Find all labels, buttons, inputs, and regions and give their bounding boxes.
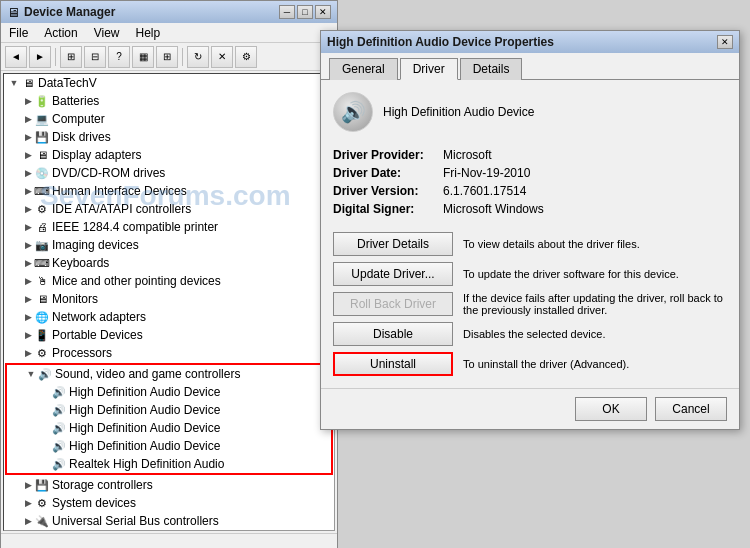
tree-expand-realtek[interactable] [39,458,51,470]
props-value-signer: Microsoft Windows [443,202,544,216]
toolbar-btn2[interactable]: ⊟ [84,46,106,68]
tree-item-portabledevices[interactable]: ▶📱Portable Devices [4,326,334,344]
tree-expand-mice[interactable]: ▶ [22,275,34,287]
props-buttons: Driver Details To view details about the… [333,232,727,376]
tree-icon-monitors: 🖥 [34,291,50,307]
dm-tree[interactable]: ▼🖥DataTechV▶🔋Batteries▶💻Computer▶💾Disk d… [3,73,335,531]
tree-icon-systemdevices: ⚙ [34,495,50,511]
menu-help[interactable]: Help [132,25,165,41]
dm-close-button[interactable]: ✕ [315,5,331,19]
tree-item-soundcontrollers[interactable]: ▼🔊Sound, video and game controllers [7,365,331,383]
tree-expand-hda4[interactable] [39,440,51,452]
toolbar-btn5[interactable]: ⊞ [156,46,178,68]
tree-label-imaging: Imaging devices [52,238,139,252]
tree-expand-processors[interactable]: ▶ [22,347,34,359]
menu-action[interactable]: Action [40,25,81,41]
uninstall-button[interactable]: Uninstall [333,352,453,376]
properties-dialog: High Definition Audio Device Properties … [320,30,740,430]
tree-expand-displayadapters[interactable]: ▶ [22,149,34,161]
tree-item-diskdrives[interactable]: ▶💾Disk drives [4,128,334,146]
tree-item-computer[interactable]: ▶💻Computer [4,110,334,128]
disable-button[interactable]: Disable [333,322,453,346]
props-row-date: Driver Date: Fri-Nov-19-2010 [333,166,727,180]
props-content: 🔊 High Definition Audio Device Driver Pr… [321,79,739,388]
tree-item-humaninterface[interactable]: ▶⌨Human Interface Devices [4,182,334,200]
tree-expand-soundcontrollers[interactable]: ▼ [25,368,37,380]
toolbar-btn8[interactable]: ⚙ [235,46,257,68]
tab-general[interactable]: General [329,58,398,80]
tree-item-keyboards[interactable]: ▶⌨Keyboards [4,254,334,272]
tree-item-hda4[interactable]: 🔊High Definition Audio Device [7,437,331,455]
tree-expand-hda3[interactable] [39,422,51,434]
tree-item-dvdrom[interactable]: ▶💿DVD/CD-ROM drives [4,164,334,182]
toolbar-btn7[interactable]: ✕ [211,46,233,68]
tree-expand-computer[interactable]: ▶ [22,113,34,125]
tree-label-dvdrom: DVD/CD-ROM drives [52,166,165,180]
tree-expand-batteries[interactable]: ▶ [22,95,34,107]
tree-item-hda2[interactable]: 🔊High Definition Audio Device [7,401,331,419]
roll-back-driver-desc: If the device fails after updating the d… [463,292,727,316]
toolbar-forward[interactable]: ► [29,46,51,68]
tree-item-usb[interactable]: ▶🔌Universal Serial Bus controllers [4,512,334,530]
tree-label-ideata: IDE ATA/ATAPI controllers [52,202,191,216]
tree-item-batteries[interactable]: ▶🔋Batteries [4,92,334,110]
tree-item-networkadapters[interactable]: ▶🌐Network adapters [4,308,334,326]
toolbar-btn6[interactable]: ↻ [187,46,209,68]
tree-item-storage[interactable]: ▶💾Storage controllers [4,476,334,494]
props-close-button[interactable]: ✕ [717,35,733,49]
tree-expand-storage[interactable]: ▶ [22,479,34,491]
tree-expand-imaging[interactable]: ▶ [22,239,34,251]
tree-expand-usb[interactable]: ▶ [22,515,34,527]
tree-expand-root[interactable]: ▼ [8,77,20,89]
tree-expand-portabledevices[interactable]: ▶ [22,329,34,341]
tree-label-hda4: High Definition Audio Device [69,439,220,453]
tree-item-displayadapters[interactable]: ▶🖥Display adapters [4,146,334,164]
tree-item-root[interactable]: ▼🖥DataTechV [4,74,334,92]
tree-item-ideata[interactable]: ▶⚙IDE ATA/ATAPI controllers [4,200,334,218]
toolbar-btn1[interactable]: ⊞ [60,46,82,68]
tree-expand-hda2[interactable] [39,404,51,416]
tree-item-monitors[interactable]: ▶🖥Monitors [4,290,334,308]
update-driver-button[interactable]: Update Driver... [333,262,453,286]
tree-item-ieee[interactable]: ▶🖨IEEE 1284.4 compatible printer [4,218,334,236]
tree-item-processors[interactable]: ▶⚙Processors [4,344,334,362]
toolbar-btn4[interactable]: ▦ [132,46,154,68]
tree-expand-dvdrom[interactable]: ▶ [22,167,34,179]
tree-expand-hda1[interactable] [39,386,51,398]
tree-item-hda3[interactable]: 🔊High Definition Audio Device [7,419,331,437]
tree-expand-keyboards[interactable]: ▶ [22,257,34,269]
toolbar-btn3[interactable]: ? [108,46,130,68]
tree-icon-hda3: 🔊 [51,420,67,436]
tree-item-realtek[interactable]: 🔊Realtek High Definition Audio [7,455,331,473]
tree-expand-monitors[interactable]: ▶ [22,293,34,305]
tab-details[interactable]: Details [460,58,523,80]
tree-label-computer: Computer [52,112,105,126]
tree-item-mice[interactable]: ▶🖱Mice and other pointing devices [4,272,334,290]
tree-icon-ideata: ⚙ [34,201,50,217]
tree-item-systemdevices[interactable]: ▶⚙System devices [4,494,334,512]
tree-expand-networkadapters[interactable]: ▶ [22,311,34,323]
props-tabs: General Driver Details [321,53,739,79]
ok-button[interactable]: OK [575,397,647,421]
update-driver-desc: To update the driver software for this d… [463,268,727,280]
driver-details-button[interactable]: Driver Details [333,232,453,256]
tree-expand-systemdevices[interactable]: ▶ [22,497,34,509]
tree-item-imaging[interactable]: ▶📷Imaging devices [4,236,334,254]
tab-driver[interactable]: Driver [400,58,458,80]
tree-expand-ieee[interactable]: ▶ [22,221,34,233]
tree-icon-hda4: 🔊 [51,438,67,454]
tree-icon-ieee: 🖨 [34,219,50,235]
device-header: 🔊 High Definition Audio Device [333,92,727,132]
props-row-provider: Driver Provider: Microsoft [333,148,727,162]
tree-expand-humaninterface[interactable]: ▶ [22,185,34,197]
tree-expand-ideata[interactable]: ▶ [22,203,34,215]
tree-item-hda1[interactable]: 🔊High Definition Audio Device [7,383,331,401]
cancel-button[interactable]: Cancel [655,397,727,421]
dm-minimize-button[interactable]: ─ [279,5,295,19]
toolbar-back[interactable]: ◄ [5,46,27,68]
menu-view[interactable]: View [90,25,124,41]
dm-maximize-button[interactable]: □ [297,5,313,19]
roll-back-driver-button[interactable]: Roll Back Driver [333,292,453,316]
tree-expand-diskdrives[interactable]: ▶ [22,131,34,143]
menu-file[interactable]: File [5,25,32,41]
